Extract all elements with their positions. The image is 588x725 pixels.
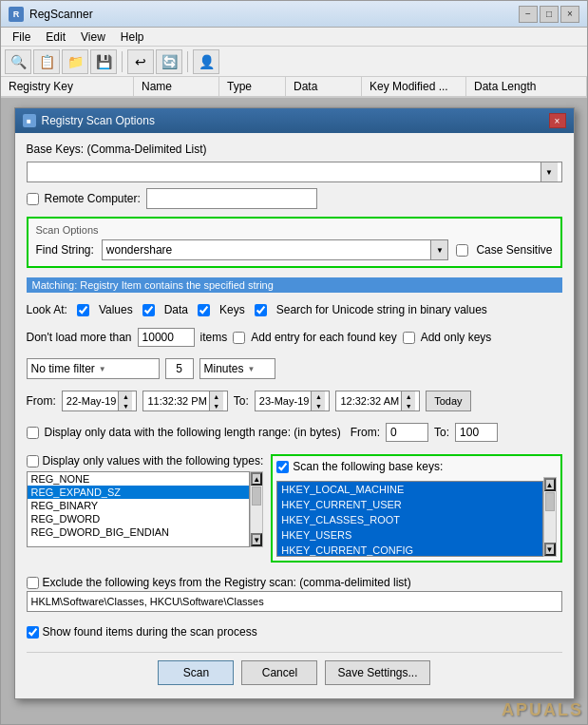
base-keys-dropdown-arrow[interactable]: ▼: [541, 162, 558, 181]
time-filter-row: No time filter ▼ Minutes ▼: [27, 358, 562, 379]
from-time-down[interactable]: ▼: [210, 401, 223, 410]
menu-file[interactable]: File: [5, 29, 38, 46]
types-scroll-thumb: [252, 487, 261, 506]
scan-base-keys-checkbox[interactable]: [276, 461, 289, 473]
base-keys-scroll-track: [544, 491, 556, 543]
length-range-checkbox[interactable]: [27, 427, 39, 439]
time-value-input[interactable]: [165, 358, 194, 379]
remote-computer-checkbox[interactable]: [27, 193, 39, 205]
unicode-checkbox[interactable]: [255, 304, 267, 316]
toolbar-open-btn[interactable]: 📁: [62, 49, 88, 74]
to-label: To:: [234, 394, 249, 408]
time-filter-select[interactable]: No time filter ▼: [27, 358, 160, 379]
minimize-button[interactable]: −: [519, 6, 538, 23]
base-key-hklm[interactable]: HKEY_LOCAL_MACHINE: [277, 482, 541, 497]
to-time-down[interactable]: ▼: [402, 401, 415, 410]
exclude-checkbox[interactable]: [27, 577, 39, 589]
today-button[interactable]: Today: [426, 391, 470, 411]
toolbar-undo-btn[interactable]: ↩: [127, 49, 154, 74]
length-from-input[interactable]: [386, 423, 428, 442]
menu-view[interactable]: View: [73, 29, 113, 46]
toolbar-user-btn[interactable]: 👤: [193, 49, 219, 74]
look-at-row: Look At: Values Data Keys Search for Uni…: [27, 303, 562, 316]
types-scroll-down[interactable]: ▼: [251, 533, 262, 546]
display-types-row: Display only values with the following t…: [27, 454, 264, 467]
base-key-hkcc[interactable]: HKEY_CURRENT_CONFIG: [277, 543, 541, 557]
type-reg-binary[interactable]: REG_BINARY: [28, 499, 250, 512]
base-keys-label: Base Keys: (Comma-Delimited List): [27, 143, 207, 156]
length-from-label: From:: [351, 426, 380, 439]
to-time-up[interactable]: ▲: [402, 391, 415, 401]
display-types-checkbox[interactable]: [27, 455, 39, 467]
show-found-label: Show found items during the scan process: [43, 625, 257, 639]
base-key-hku[interactable]: HKEY_USERS: [277, 527, 541, 543]
to-time-input[interactable]: 12:32:32 AM ▲ ▼: [335, 391, 420, 411]
base-keys-scroll-up[interactable]: ▲: [544, 478, 556, 491]
menu-bar: File Edit View Help: [1, 28, 587, 47]
to-time-value: 12:32:32 AM: [340, 395, 399, 407]
length-to-label: To:: [434, 426, 449, 439]
to-date-down[interactable]: ▼: [312, 401, 325, 410]
to-date-input[interactable]: 23-May-19 ▲ ▼: [255, 391, 331, 411]
from-date-up[interactable]: ▲: [119, 391, 132, 401]
type-reg-dword[interactable]: REG_DWORD: [28, 512, 250, 525]
from-date-spinner[interactable]: ▲ ▼: [118, 391, 132, 410]
base-key-hkcu[interactable]: HKEY_CURRENT_USER: [277, 497, 541, 512]
from-time-spinner[interactable]: ▲ ▼: [209, 391, 223, 410]
type-reg-dword-big-endian[interactable]: REG_DWORD_BIG_ENDIAN: [28, 525, 250, 539]
type-reg-expand-sz[interactable]: REG_EXPAND_SZ: [28, 486, 250, 499]
values-label: Values: [99, 303, 133, 316]
to-date-up[interactable]: ▲: [312, 391, 325, 401]
cancel-button[interactable]: Cancel: [241, 660, 317, 685]
types-list-container: REG_NONE REG_EXPAND_SZ REG_BINARY REG_DW…: [27, 471, 264, 547]
toolbar-scan-btn[interactable]: 🔍: [5, 49, 31, 74]
minutes-select[interactable]: Minutes ▼: [199, 358, 275, 379]
base-keys-scroll-down[interactable]: ▼: [544, 543, 556, 556]
from-time-input[interactable]: 11:32:32 PM ▲ ▼: [142, 391, 227, 411]
from-time-up[interactable]: ▲: [210, 391, 223, 401]
types-listbox[interactable]: REG_NONE REG_EXPAND_SZ REG_BINARY REG_DW…: [27, 471, 251, 547]
toolbar-refresh-btn[interactable]: 🔄: [156, 49, 182, 74]
values-checkbox[interactable]: [77, 304, 89, 316]
to-date-spinner[interactable]: ▲ ▼: [311, 391, 325, 410]
dialog-close-button[interactable]: ×: [549, 113, 566, 128]
case-sensitive-label: Case Sensitive: [476, 243, 552, 257]
keys-checkbox[interactable]: [198, 304, 210, 316]
dont-load-input[interactable]: [138, 328, 195, 347]
minutes-value: Minutes: [204, 362, 244, 375]
types-scrollbar[interactable]: ▲ ▼: [250, 471, 263, 547]
menu-edit[interactable]: Edit: [38, 29, 73, 46]
toolbar-copy-btn[interactable]: 📋: [33, 49, 60, 74]
find-string-input[interactable]: [103, 240, 431, 259]
menu-help[interactable]: Help: [113, 29, 152, 46]
from-date-input[interactable]: 22-May-19 ▲ ▼: [62, 391, 138, 411]
exclude-input[interactable]: [27, 591, 562, 612]
show-found-row: Show found items during the scan process: [27, 625, 562, 639]
close-button[interactable]: ×: [560, 6, 579, 23]
add-entry-checkbox[interactable]: [233, 332, 245, 344]
toolbar-save-btn[interactable]: 💾: [90, 49, 117, 74]
from-date-down[interactable]: ▼: [119, 401, 132, 410]
add-only-keys-label: Add only keys: [421, 331, 492, 344]
exclude-label: Exclude the following keys from the Regi…: [43, 576, 411, 589]
base-key-hkcr[interactable]: HKEY_CLASSES_ROOT: [277, 512, 541, 527]
scan-base-keys-row: Scan the following base keys:: [276, 460, 556, 473]
base-keys-listbox[interactable]: HKEY_LOCAL_MACHINE HKEY_CURRENT_USER HKE…: [276, 481, 542, 557]
find-string-label: Find String:: [36, 243, 94, 257]
value-types-col: Display only values with the following t…: [27, 454, 264, 563]
save-settings-button[interactable]: Save Settings...: [325, 660, 429, 685]
types-scroll-up[interactable]: ▲: [251, 472, 262, 486]
length-to-input[interactable]: [455, 423, 498, 442]
remote-computer-input[interactable]: [146, 188, 317, 209]
case-sensitive-checkbox[interactable]: [456, 244, 468, 257]
to-time-spinner[interactable]: ▲ ▼: [401, 391, 415, 410]
find-string-dropdown-arrow[interactable]: ▼: [430, 240, 447, 259]
base-keys-scrollbar[interactable]: ▲ ▼: [543, 477, 557, 557]
scan-button[interactable]: Scan: [158, 660, 234, 685]
type-reg-none[interactable]: REG_NONE: [28, 472, 250, 486]
maximize-button[interactable]: □: [540, 6, 559, 23]
show-found-checkbox[interactable]: [27, 626, 39, 639]
length-range-row: Display only data with the following len…: [27, 423, 562, 442]
data-checkbox[interactable]: [142, 304, 155, 316]
add-only-keys-checkbox[interactable]: [403, 332, 415, 344]
